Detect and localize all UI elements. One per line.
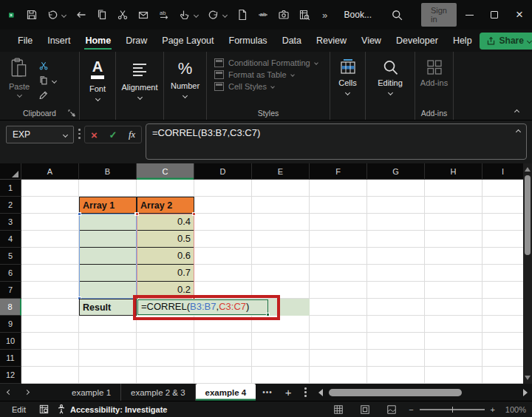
font-chevron-icon[interactable] <box>95 96 100 101</box>
alignment-chevron-icon[interactable] <box>137 95 142 100</box>
draw-menu-chevron-icon[interactable] <box>194 10 202 20</box>
close-button[interactable]: × <box>507 0 532 30</box>
minimize-button[interactable] <box>457 0 482 30</box>
sign-in-button[interactable]: Sign in <box>421 3 457 27</box>
zoom-slider-thumb[interactable] <box>452 407 454 413</box>
new-file-icon[interactable] <box>233 6 251 24</box>
cell-C6[interactable]: 0.7 <box>137 265 194 282</box>
row-header-10[interactable]: 10 <box>0 333 21 350</box>
cells-group[interactable]: Cells <box>330 52 366 120</box>
cell-C4[interactable]: 0.5 <box>137 231 194 248</box>
editing-group[interactable]: Editing <box>366 52 415 120</box>
clipboard-dialog-launcher-icon[interactable] <box>68 109 75 117</box>
number-chevron-icon[interactable] <box>183 93 188 98</box>
undo-menu-chevron-icon[interactable] <box>62 10 69 20</box>
horizontal-scroll-thumb[interactable] <box>329 389 462 396</box>
cell-B8-result-label[interactable]: Result <box>79 299 137 316</box>
range-B3-B7[interactable] <box>79 214 137 299</box>
conditional-formatting-button[interactable]: Conditional Formatting <box>214 58 330 67</box>
editing-chevron-icon[interactable] <box>387 90 392 95</box>
zoom-slider[interactable] <box>420 409 485 410</box>
copy-button[interactable] <box>38 75 49 86</box>
row-header-7[interactable]: 7 <box>0 282 21 299</box>
zoom-out-icon[interactable]: − <box>409 405 413 414</box>
alignment-group[interactable]: Alignment <box>116 52 164 120</box>
sheet-tab-example-4[interactable]: example 4 <box>196 384 256 401</box>
find-replace-icon[interactable]: ab <box>155 6 173 24</box>
normal-view-icon[interactable] <box>333 404 344 415</box>
scroll-right-icon[interactable] <box>523 389 528 396</box>
cut-icon[interactable] <box>114 6 132 24</box>
next-sheet-icon[interactable] <box>18 390 35 394</box>
copy-icon[interactable] <box>93 6 111 24</box>
share-button[interactable]: Share <box>480 33 532 50</box>
tab-formulas[interactable]: Formulas <box>222 31 275 51</box>
row-header-11[interactable]: 11 <box>0 350 21 367</box>
format-painter-button[interactable] <box>38 90 56 101</box>
column-header-D[interactable]: D <box>194 163 252 180</box>
addins-group[interactable]: Add-ins Add-ins <box>415 52 454 120</box>
vertical-scrollbar[interactable] <box>523 163 532 384</box>
tab-help[interactable]: Help <box>446 31 480 51</box>
tab-home[interactable]: Home <box>78 31 118 51</box>
page-break-preview-icon[interactable] <box>386 404 397 415</box>
scroll-down-icon[interactable] <box>525 376 531 380</box>
tab-draw[interactable]: Draw <box>118 31 154 51</box>
zoom-level[interactable]: 100% <box>501 405 526 414</box>
cancel-entry-icon[interactable]: × <box>91 129 98 141</box>
row-header-8[interactable]: 8 <box>0 299 21 316</box>
previous-sheet-icon[interactable] <box>0 390 18 394</box>
camera-icon[interactable] <box>275 6 293 24</box>
zoom-in-icon[interactable]: + <box>491 405 495 414</box>
column-header-F[interactable]: F <box>310 163 367 180</box>
collapse-ribbon-icon[interactable] <box>514 109 519 115</box>
macro-record-icon[interactable] <box>32 404 56 415</box>
tab-file[interactable]: File <box>10 31 40 51</box>
row-header-12[interactable]: 12 <box>0 367 21 384</box>
cell-C3[interactable]: 0.4 <box>137 214 194 231</box>
redo-icon[interactable] <box>205 6 222 24</box>
row-header-4[interactable]: 4 <box>0 231 21 248</box>
sheet-tab-example-1[interactable]: example 1 <box>62 384 121 401</box>
column-header-A[interactable]: A <box>21 163 79 180</box>
redo-menu-chevron-icon[interactable] <box>223 10 231 20</box>
cell-styles-button[interactable]: Cell Styles <box>214 82 330 91</box>
scroll-up-icon[interactable] <box>525 167 531 172</box>
back-icon[interactable] <box>72 6 90 24</box>
new-sheet-button[interactable]: + <box>279 386 298 399</box>
cell-B2-array1-header[interactable]: Array 1 <box>79 197 137 214</box>
row-header-6[interactable]: 6 <box>0 265 21 282</box>
vertical-scroll-thumb[interactable] <box>525 175 531 255</box>
search-icon[interactable] <box>391 6 403 24</box>
sheet-tab-example-2-3[interactable]: example 2 & 3 <box>121 384 196 401</box>
row-header-9[interactable]: 9 <box>0 316 21 333</box>
column-header-G[interactable]: G <box>367 163 425 180</box>
tab-data[interactable]: Data <box>275 31 309 51</box>
insert-function-icon[interactable]: fx <box>129 129 135 140</box>
formula-bar-drag-handle[interactable] <box>78 129 81 139</box>
range-C3-C7[interactable]: 0.4 0.5 0.6 0.7 0.2 <box>137 214 194 299</box>
font-group[interactable]: A Font <box>80 52 116 120</box>
cells-chevron-icon[interactable] <box>345 90 350 95</box>
formula-input[interactable]: =CORREL(B3:B7,C3:C7) <box>146 123 527 160</box>
collapse-formula-bar-icon[interactable] <box>516 129 521 135</box>
undo-icon[interactable] <box>44 6 61 24</box>
tab-insert[interactable]: Insert <box>40 31 78 51</box>
sheet-options-icon[interactable] <box>297 387 314 397</box>
save-icon[interactable] <box>23 6 41 24</box>
row-header-2[interactable]: 2 <box>0 197 21 214</box>
format-as-table-button[interactable]: Format as Table <box>214 70 330 79</box>
row-header-1[interactable]: 1 <box>0 180 21 197</box>
email-icon[interactable] <box>134 6 152 24</box>
sheet-preview-icon[interactable] <box>296 6 313 24</box>
scroll-left-icon[interactable] <box>318 389 323 396</box>
draw-touch-icon[interactable] <box>176 6 194 24</box>
column-header-I[interactable]: I <box>482 163 523 180</box>
tab-page-layout[interactable]: Page Layout <box>154 31 221 51</box>
more-sheets-icon[interactable]: ••• <box>256 388 279 396</box>
column-header-E[interactable]: E <box>252 163 310 180</box>
strikethrough-icon[interactable]: ab <box>254 6 272 24</box>
column-header-H[interactable]: H <box>425 163 482 180</box>
cell-C5[interactable]: 0.6 <box>137 248 194 265</box>
tab-developer[interactable]: Developer <box>389 31 446 51</box>
